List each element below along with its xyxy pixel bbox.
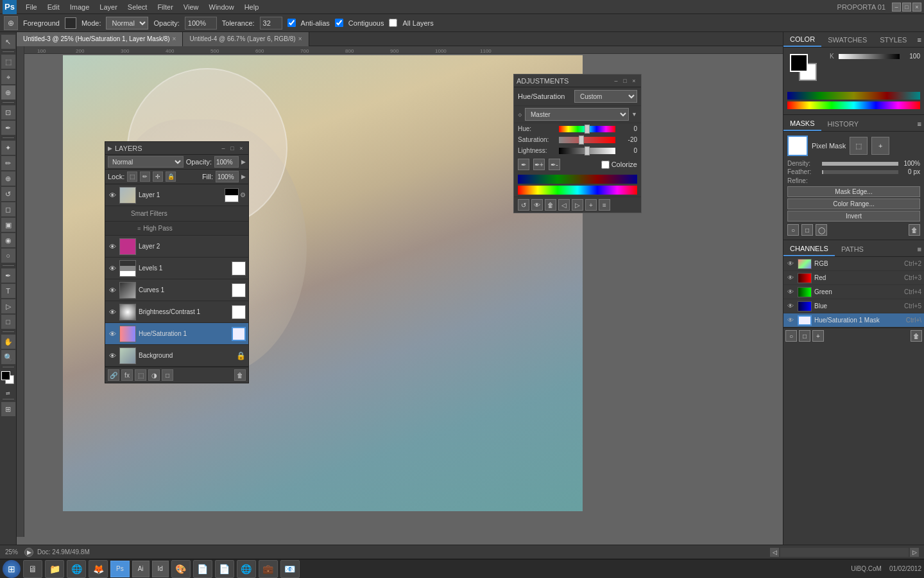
layer-row-background[interactable]: 👁 Background 🔒 (105, 345, 248, 367)
menu-select[interactable]: Select (123, 2, 153, 12)
layer1-visibility-eye[interactable]: 👁 (108, 191, 117, 200)
green-visibility-eye[interactable]: 👁 (786, 288, 795, 297)
maximize-button[interactable]: □ (902, 3, 911, 12)
add-mask-button[interactable]: ⬚ (135, 369, 146, 381)
fill-arrow[interactable]: ▶ (241, 173, 246, 180)
tab-untitled-4[interactable]: Untitled-4 @ 66.7% (Layer 6, RGB/8) × (183, 32, 309, 46)
layers-minimize-button[interactable]: – (219, 144, 228, 153)
tab-swatches[interactable]: SWATCHES (821, 33, 873, 46)
foreground-swatch[interactable] (65, 17, 76, 29)
colorize-checkbox[interactable] (601, 161, 610, 169)
layer-row-layer2[interactable]: 👁 Layer 2 (105, 236, 248, 258)
layer1-settings-icon[interactable]: ⚙ (240, 191, 246, 198)
mask-edge-button[interactable]: Mask Edge... (787, 186, 920, 197)
channels-menu-icon[interactable]: ≡ (918, 245, 924, 253)
adj-minimize-button[interactable]: – (612, 76, 620, 85)
path-selection-tool[interactable]: ▷ (1, 299, 15, 313)
adj-menu-btn[interactable]: ≡ (599, 199, 610, 211)
zoom-tool[interactable]: 🔍 (1, 350, 15, 364)
taskbar-indesign[interactable]: Id (152, 561, 169, 577)
masks-menu-icon[interactable]: ≡ (918, 120, 924, 128)
taskbar-app2[interactable]: 📄 (193, 560, 212, 578)
levels1-visibility-eye[interactable]: 👁 (108, 264, 117, 273)
dodge-tool[interactable]: ○ (1, 249, 15, 263)
add-style-button[interactable]: fx (121, 369, 133, 381)
density-slider[interactable] (822, 162, 898, 166)
bc1-visibility-eye[interactable]: 👁 (108, 308, 117, 317)
adj-preset-dropdown[interactable]: Custom Default (574, 90, 637, 103)
scroll-right-icon[interactable]: ▷ (910, 548, 919, 557)
clone-stamp-tool[interactable]: ⊕ (1, 171, 15, 186)
new-channel-icon[interactable]: + (812, 330, 824, 342)
layers-panel-expand[interactable]: ▶ (108, 145, 112, 152)
adj-add-btn[interactable]: + (585, 199, 597, 211)
feather-slider[interactable] (822, 170, 898, 174)
adj-eyedropper-add-btn[interactable]: ✒+ (533, 159, 545, 170)
tab-color[interactable]: COLOR (783, 33, 821, 47)
layers-close-button[interactable]: × (237, 144, 246, 153)
taskbar-firefox[interactable]: 🦊 (89, 560, 108, 578)
hue-mask-visibility-eye[interactable]: 👁 (786, 316, 795, 325)
healing-brush-tool[interactable]: ✦ (1, 141, 15, 155)
hand-tool[interactable]: ✋ (1, 335, 15, 349)
tab-styles[interactable]: STYLES (873, 33, 913, 46)
taskbar-show-desktop[interactable]: 🖥 (23, 560, 42, 578)
channel-hue-mask[interactable]: 👁 Hue/Saturation 1 Mask Ctrl+\ (783, 313, 924, 328)
taskbar-app4[interactable]: 💼 (259, 560, 278, 578)
history-brush-tool[interactable]: ↺ (1, 187, 15, 201)
huesat1-visibility-eye[interactable]: 👁 (108, 329, 117, 338)
foreground-swatch[interactable] (790, 54, 808, 72)
menu-edit[interactable]: Edit (42, 2, 65, 12)
taskbar-photoshop[interactable]: Ps (110, 561, 130, 577)
intersect-mask-icon[interactable]: ◯ (816, 224, 827, 236)
layers-maximize-button[interactable]: □ (228, 144, 237, 153)
lasso-tool[interactable]: ⌖ (1, 70, 15, 84)
switch-colors-icon[interactable]: ⇄ (6, 390, 10, 396)
adj-maximize-button[interactable]: □ (620, 76, 629, 85)
taskbar-ie[interactable]: 🌐 (67, 560, 86, 578)
adj-close-button[interactable]: × (629, 76, 638, 85)
opacity-input[interactable] (214, 156, 239, 168)
bc1-mask[interactable] (232, 305, 246, 319)
blur-tool[interactable]: ◉ (1, 233, 15, 247)
lock-transparent-icon[interactable]: ⬚ (127, 171, 137, 182)
close-button[interactable]: × (912, 3, 921, 12)
channel-blue[interactable]: 👁 Blue Ctrl+5 (783, 299, 924, 313)
taskbar-illustrator[interactable]: Ai (132, 561, 150, 577)
layer1-mask-thumbnail[interactable] (225, 188, 239, 202)
mode-dropdown[interactable]: Normal (106, 17, 148, 30)
layers-title-bar[interactable]: ▶ LAYERS – □ × (105, 142, 248, 155)
menu-help[interactable]: Help (239, 2, 264, 12)
load-channel-icon[interactable]: ○ (785, 330, 797, 342)
menu-image[interactable]: Image (65, 2, 95, 12)
add-mask-icon[interactable]: ○ (787, 224, 799, 236)
background-visibility-eye[interactable]: 👁 (108, 351, 117, 360)
adjustments-title-bar[interactable]: ADJUSTMENTS – □ × (514, 74, 641, 87)
crop-tool[interactable]: ⊡ (1, 105, 15, 119)
scroll-left-icon[interactable]: ◁ (770, 548, 779, 557)
new-layer-button[interactable]: □ (162, 369, 173, 381)
adj-channel-arrow[interactable]: ▼ (631, 111, 637, 118)
link-layers-button[interactable]: 🔗 (108, 369, 119, 381)
taskbar-chrome[interactable]: 🌐 (237, 560, 256, 578)
tab-untitled-3[interactable]: Untitled-3 @ 25% (Hue/Saturation 1, Laye… (17, 32, 183, 46)
menu-file[interactable]: File (21, 2, 42, 12)
adj-reset-btn[interactable]: ↺ (518, 199, 529, 211)
gradient-tool[interactable]: ▣ (1, 218, 15, 232)
channel-green[interactable]: 👁 Green Ctrl+4 (783, 285, 924, 299)
huesat1-mask[interactable] (232, 327, 246, 341)
adj-eyedropper-sub-btn[interactable]: ✒- (549, 159, 560, 170)
menu-layer[interactable]: Layer (94, 2, 123, 12)
eraser-tool[interactable]: ◻ (1, 202, 15, 216)
channel-red[interactable]: 👁 Red Ctrl+3 (783, 271, 924, 285)
move-tool[interactable]: ↖ (1, 35, 15, 49)
eyedropper-tool[interactable]: ✒ (1, 121, 15, 135)
color-range-button[interactable]: Color Range... (787, 198, 920, 209)
start-button[interactable]: ⊞ (3, 560, 21, 578)
rgb-visibility-eye[interactable]: 👁 (786, 259, 795, 268)
adj-prev-btn[interactable]: ◁ (558, 199, 570, 211)
new-fill-layer-button[interactable]: ◑ (148, 369, 160, 381)
layer-row-curves1[interactable]: 👁 Curves 1 (105, 279, 248, 301)
adj-toggle-btn[interactable]: 👁 (531, 199, 543, 211)
tab-paths[interactable]: PATHS (835, 243, 870, 256)
